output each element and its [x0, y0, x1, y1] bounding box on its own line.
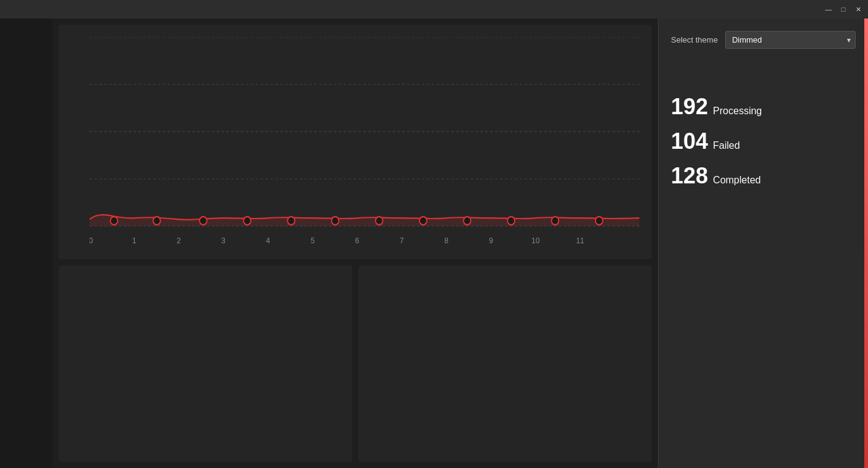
stat-label-processing: Processing	[713, 106, 762, 117]
svg-text:7: 7	[400, 236, 404, 245]
maximize-button[interactable]: □	[838, 4, 848, 14]
stat-label-completed: Completed	[713, 175, 761, 186]
close-button[interactable]: ✕	[853, 4, 863, 14]
stat-label-failed: Failed	[713, 140, 740, 151]
svg-text:10: 10	[531, 236, 539, 245]
stat-number-processing: 192	[671, 96, 708, 118]
right-sidebar: Select theme Dimmed Dark Light 192 Proce…	[658, 19, 868, 468]
bottom-panels	[59, 265, 652, 462]
theme-row: Select theme Dimmed Dark Light	[671, 31, 856, 49]
theme-select-wrapper: Dimmed Dark Light	[725, 31, 856, 49]
svg-text:2: 2	[177, 236, 181, 245]
right-accent-bar	[864, 19, 868, 468]
svg-point-15	[332, 217, 339, 225]
svg-point-14	[287, 217, 295, 225]
svg-text:6: 6	[355, 236, 360, 245]
svg-point-19	[507, 217, 515, 225]
svg-text:11: 11	[576, 236, 584, 245]
svg-text:9: 9	[489, 236, 493, 245]
svg-text:3: 3	[221, 236, 225, 245]
svg-text:5: 5	[311, 236, 315, 245]
svg-point-12	[200, 217, 207, 225]
svg-text:-0: -0	[90, 236, 93, 245]
stat-row-processing: 192 Processing	[671, 96, 856, 118]
svg-point-21	[596, 217, 603, 225]
stat-row-failed: 104 Failed	[671, 130, 856, 153]
bottom-panel-right	[358, 265, 652, 462]
svg-text:1: 1	[132, 236, 137, 245]
svg-point-11	[153, 217, 161, 225]
stat-number-failed: 104	[671, 130, 708, 153]
svg-point-20	[552, 217, 559, 225]
svg-point-10	[111, 217, 118, 225]
svg-point-17	[419, 217, 427, 225]
svg-point-16	[376, 217, 383, 225]
stats-section: 192 Processing 104 Failed 128 Completed	[671, 96, 856, 187]
stat-row-completed: 128 Completed	[671, 165, 856, 187]
svg-text:8: 8	[444, 236, 449, 245]
bottom-panel-left	[59, 265, 352, 462]
theme-label: Select theme	[671, 35, 718, 44]
chart-container: 0 2 4 6 8	[59, 25, 652, 259]
theme-select[interactable]: Dimmed Dark Light	[725, 31, 856, 49]
left-panel: 0 2 4 6 8	[53, 19, 658, 468]
main-layout: 0 2 4 6 8	[0, 19, 868, 468]
svg-text:4: 4	[266, 236, 270, 245]
stat-number-completed: 128	[671, 165, 708, 187]
svg-point-13	[243, 217, 251, 225]
chart-svg: 0 2 4 6 8	[90, 37, 639, 253]
minimize-button[interactable]: —	[824, 4, 833, 14]
window-titlebar: — □ ✕	[0, 0, 868, 19]
svg-point-18	[463, 217, 471, 225]
